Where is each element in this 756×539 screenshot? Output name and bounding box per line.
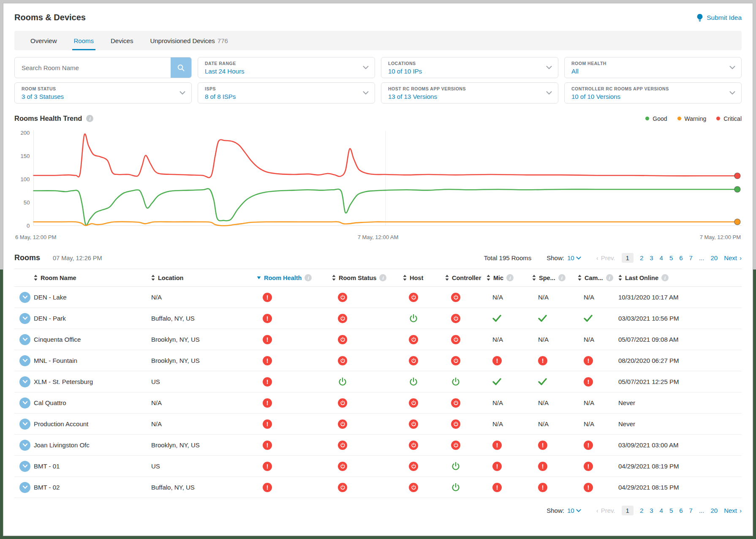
info-icon[interactable]: i: [606, 274, 613, 281]
filter-room-status[interactable]: ROOM STATUS 3 of 3 Statuses: [14, 82, 192, 103]
cell-speakers: N/A: [532, 294, 576, 301]
pager-page-1[interactable]: 1: [622, 506, 634, 515]
cell-room-name: Production Account: [34, 414, 151, 435]
tab-label: Devices: [111, 37, 133, 44]
cell-room-name: Cinquenta Office: [34, 329, 151, 350]
expand-row-button[interactable]: [19, 419, 30, 430]
info-icon[interactable]: i: [305, 274, 312, 281]
x-axis-label-middle: 7 May, 12:00 AM: [358, 234, 399, 240]
pager-prev-button[interactable]: ‹ Prev.: [596, 507, 615, 514]
chevron-down-icon: [22, 401, 28, 405]
critical-alert-icon: !: [263, 356, 272, 365]
filter-value: Last 24 Hours: [205, 68, 359, 75]
filter-locations[interactable]: LOCATIONS 10 of 10 IPs: [381, 57, 558, 78]
expand-row-button[interactable]: [19, 376, 30, 387]
search-input[interactable]: [15, 57, 171, 78]
pager-next-button[interactable]: Next ›: [724, 507, 742, 514]
tab-rooms[interactable]: Rooms: [65, 31, 103, 50]
critical-alert-icon: !: [538, 356, 547, 365]
column-header-room-status[interactable]: Room Statusi: [332, 269, 403, 287]
pager-page-2[interactable]: 2: [640, 507, 643, 514]
power-off-icon: [338, 356, 347, 365]
column-header-room-health[interactable]: Room Healthi: [257, 269, 332, 287]
tab-label: Rooms: [74, 37, 94, 44]
pager-page-20[interactable]: 20: [710, 507, 718, 514]
filter-controller-rc-rooms-app-versions[interactable]: CONTROLLER RC ROOMS APP VERSIONS 10 of 1…: [564, 82, 742, 103]
expand-row-button[interactable]: [19, 461, 30, 472]
filter-label: ROOM STATUS: [22, 86, 176, 91]
search-button[interactable]: [171, 57, 191, 78]
submit-idea-link[interactable]: Submit Idea: [696, 14, 742, 22]
y-tick-label: 200: [20, 130, 30, 136]
filter-isps[interactable]: ISPS 8 of 8 ISPs: [198, 82, 375, 103]
power-off-icon: [409, 483, 418, 492]
pager-prev-button[interactable]: ‹ Prev.: [596, 254, 615, 261]
show-value[interactable]: 10: [567, 254, 581, 261]
expand-row-button[interactable]: [19, 334, 30, 345]
filter-date-range[interactable]: DATE RANGE Last 24 Hours: [198, 57, 375, 78]
pager-page-7[interactable]: 7: [689, 254, 693, 261]
pager-page-3[interactable]: 3: [650, 254, 653, 261]
cell-room-name: XLM - St. Petersburg: [34, 371, 151, 392]
column-header-mic[interactable]: Mici: [487, 269, 532, 287]
cell-location: US: [151, 371, 257, 392]
power-off-icon: [451, 356, 460, 365]
info-icon[interactable]: i: [558, 274, 566, 281]
pager-ellipsis: ...: [699, 507, 704, 514]
pager-page-2[interactable]: 2: [640, 254, 643, 261]
expand-row-button[interactable]: [19, 355, 30, 366]
cell-last-online: Never: [618, 414, 742, 435]
tab-unprovisioned-devices[interactable]: Unprovisioned Devices776: [141, 31, 236, 50]
cell-room-name: Joan Livingston Ofc: [34, 435, 151, 456]
filter-host-rc-rooms-app-versions[interactable]: HOST RC ROOMS APP VERSIONS 13 of 13 Vers…: [381, 82, 558, 103]
pager-page-6[interactable]: 6: [679, 507, 683, 514]
column-header-location[interactable]: Location: [151, 269, 257, 287]
show-value[interactable]: 10: [567, 507, 581, 514]
total-rooms-count: Total 195 Rooms: [484, 254, 532, 261]
expand-row-button[interactable]: [19, 440, 30, 451]
pager-page-5[interactable]: 5: [669, 507, 673, 514]
pager-page-4[interactable]: 4: [660, 507, 663, 514]
column-header-room-name[interactable]: Room Name: [34, 269, 151, 287]
column-header-host[interactable]: Host: [403, 269, 445, 287]
cell-room-health: !: [257, 441, 330, 450]
expand-row-button[interactable]: [19, 313, 30, 324]
column-label: Room Name: [41, 275, 76, 281]
power-off-icon: [338, 483, 347, 492]
column-header-cam[interactable]: Cam...i: [578, 269, 618, 287]
critical-alert-icon: !: [538, 441, 547, 450]
filter-room-health[interactable]: ROOM HEALTH All: [564, 57, 742, 78]
tab-devices[interactable]: Devices: [102, 31, 141, 50]
info-icon[interactable]: i: [379, 274, 386, 281]
column-header-last-online[interactable]: Last Onlinei: [618, 269, 742, 287]
cell-room-health: !: [257, 314, 330, 323]
pager-next-button[interactable]: Next ›: [724, 254, 742, 261]
cell-host: [403, 293, 443, 302]
legend-item-critical: Critical: [716, 115, 742, 122]
cell-location: Buffalo, NY, US: [151, 308, 257, 329]
power-off-icon: [409, 441, 418, 450]
tab-overview[interactable]: Overview: [22, 31, 65, 50]
pager-page-7[interactable]: 7: [689, 507, 693, 514]
info-icon[interactable]: i: [661, 274, 669, 281]
expand-row-button[interactable]: [19, 292, 30, 303]
expand-row-button[interactable]: [19, 397, 30, 408]
chevron-right-icon: ›: [740, 254, 742, 261]
show-per-page-select[interactable]: Show: 10: [547, 254, 581, 261]
pager-page-1[interactable]: 1: [622, 253, 634, 263]
power-on-icon: [451, 377, 460, 387]
info-icon[interactable]: i: [86, 115, 93, 122]
pager-page-3[interactable]: 3: [650, 507, 653, 514]
pager-page-4[interactable]: 4: [660, 254, 663, 261]
pager-page-5[interactable]: 5: [669, 254, 673, 261]
cell-controller: [445, 398, 485, 408]
expand-row-button[interactable]: [19, 482, 30, 493]
rooms-health-trend-chart: 050100150200: [14, 124, 742, 233]
pager-page-6[interactable]: 6: [679, 254, 683, 261]
column-header-spe[interactable]: Spe...i: [532, 269, 578, 287]
column-header-controller[interactable]: Controller: [445, 269, 487, 287]
pager-page-20[interactable]: 20: [710, 254, 718, 261]
na-text: N/A: [584, 420, 594, 427]
show-per-page-select-bottom[interactable]: Show: 10: [547, 507, 581, 514]
info-icon[interactable]: i: [506, 274, 514, 281]
